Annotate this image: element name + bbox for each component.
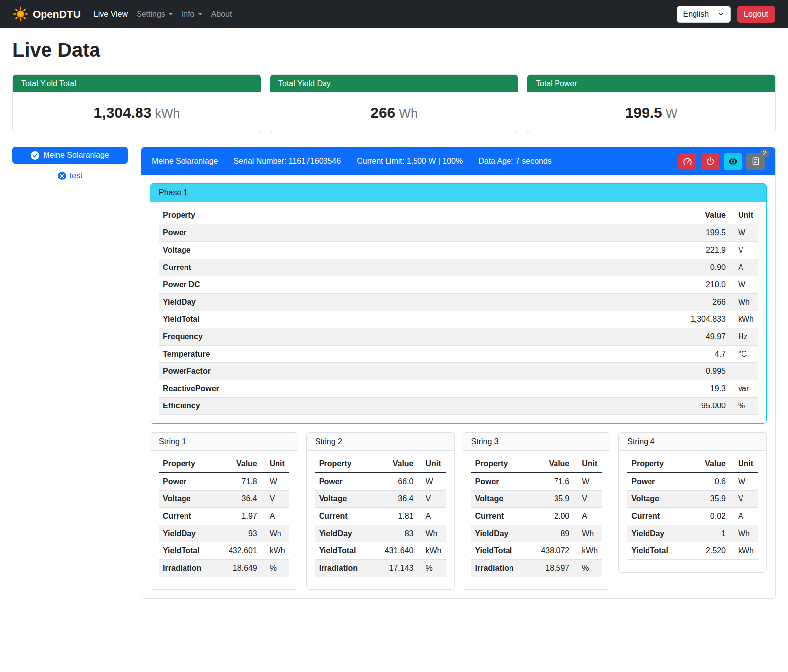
inverter-test-link[interactable]: test [12, 171, 128, 180]
value-cell: 19.3 [687, 380, 730, 398]
property-cell: Power [471, 473, 537, 491]
string-title: String 3 [463, 433, 610, 451]
inverter-selector-column: Meine Solaranlage test [12, 147, 128, 180]
property-cell: Irradiation [471, 560, 537, 577]
property-cell: Efficiency [159, 398, 687, 415]
language-select[interactable]: English [677, 6, 731, 23]
unit-cell: Wh [573, 525, 602, 542]
table-row: YieldDay 89 Wh [471, 525, 602, 542]
column-value: Value [381, 455, 417, 473]
check-circle-icon [31, 151, 39, 160]
property-cell: YieldDay [471, 525, 537, 542]
unit-cell: A [730, 259, 758, 276]
events-button[interactable]: 2 [746, 153, 765, 170]
table-header-row: Property Value Unit [159, 207, 758, 224]
property-cell: Temperature [159, 346, 687, 363]
inverter-test-label: test [70, 171, 83, 180]
unit-cell: V [730, 491, 758, 508]
string-table: Property Value Unit Power [471, 455, 602, 577]
column-property: Property [159, 207, 687, 224]
inverter-panel: Meine Solaranlage Serial Number: 1161716… [141, 147, 776, 599]
table-row: Current 0.90 A [159, 259, 758, 276]
nav-info[interactable]: Info [177, 6, 207, 23]
inverter-select-label: Meine Solaranlage [43, 151, 109, 160]
inverter-actions: 2 [678, 153, 765, 170]
logout-button[interactable]: Logout [737, 6, 775, 23]
property-cell: Voltage [159, 242, 687, 259]
journal-text-icon [751, 157, 760, 166]
table-row: YieldTotal 438.072 kWh [471, 542, 602, 560]
property-cell: Power [159, 473, 225, 491]
nav-info-label: Info [182, 10, 195, 19]
property-cell: YieldTotal [627, 542, 701, 560]
unit-cell: °C [730, 346, 758, 363]
table-row: Current 0.02 A [627, 508, 758, 525]
table-row: YieldDay 266 Wh [159, 294, 758, 311]
value-cell: 266 [687, 294, 730, 311]
table-row: Irradiation 18.597 % [471, 560, 602, 577]
events-count-badge: 2 [760, 149, 769, 158]
phase-table: Property Value Unit Power [159, 207, 758, 415]
property-cell: YieldDay [159, 294, 687, 311]
column-value: Value [687, 207, 730, 224]
inverter-select-button[interactable]: Meine Solaranlage [12, 147, 128, 164]
unit-cell: V [261, 491, 289, 508]
table-header-row: Property Value Unit [315, 455, 446, 473]
table-row: Power 0.6 W [627, 473, 758, 491]
brand-label: OpenDTU [33, 8, 81, 20]
property-cell: Current [159, 259, 687, 276]
property-cell: YieldTotal [159, 542, 225, 560]
column-unit: Unit [261, 455, 289, 473]
column-value: Value [537, 455, 573, 473]
unit-cell: Wh [730, 294, 758, 311]
property-cell: Voltage [627, 491, 701, 508]
page-content: Live Data Total Yield Total 1,304.83kWh … [0, 28, 788, 613]
value-cell: 18.597 [537, 560, 573, 577]
property-cell: YieldTotal [315, 542, 381, 560]
table-row: Temperature 4.7 °C [159, 346, 758, 363]
table-row: Current 1.97 A [159, 508, 289, 525]
unit-cell: W [573, 473, 602, 491]
unit-cell: Wh [417, 525, 446, 542]
summary-card: Total Power 199.5W [527, 74, 776, 133]
summary-card-unit: W [666, 106, 678, 120]
property-cell: YieldTotal [471, 542, 537, 560]
property-cell: YieldDay [627, 525, 701, 542]
power-settings-button[interactable] [701, 153, 719, 170]
caret-down-icon [198, 13, 202, 15]
nav-about[interactable]: About [207, 6, 236, 23]
unit-cell: % [417, 560, 446, 577]
inverter-data-age: Data Age: 7 seconds [478, 157, 552, 166]
inverter-name: Meine Solaranlage [152, 157, 218, 166]
value-cell: 17.143 [381, 560, 417, 577]
phase-title: Phase 1 [150, 184, 766, 202]
value-cell: 35.9 [537, 491, 573, 508]
unit-cell: A [730, 508, 758, 525]
unit-cell: kWh [261, 542, 289, 560]
property-cell: Voltage [471, 491, 537, 508]
table-row: Voltage 35.9 V [471, 491, 602, 508]
summary-card-value: 199.5 [625, 104, 662, 121]
table-row: Power DC 210.0 W [159, 276, 758, 294]
column-unit: Unit [573, 455, 602, 473]
brand[interactable]: OpenDTU [13, 6, 81, 22]
table-row: YieldTotal 2.520 kWh [627, 542, 758, 560]
summary-card-value: 1,304.83 [94, 104, 152, 121]
limit-settings-button[interactable] [678, 153, 696, 170]
device-info-button[interactable] [724, 153, 742, 170]
unit-cell: % [573, 560, 602, 577]
table-row: Current 2.00 A [471, 508, 602, 525]
value-cell: 0.02 [701, 508, 730, 525]
nav-live-view[interactable]: Live View [90, 6, 132, 23]
table-header-row: Property Value Unit [471, 455, 602, 473]
page-title: Live Data [12, 39, 776, 61]
table-header-row: Property Value Unit [627, 455, 758, 473]
value-cell: 431.640 [381, 542, 417, 560]
unit-cell: V [417, 491, 446, 508]
unit-cell: W [730, 276, 758, 294]
property-cell: PowerFactor [159, 363, 687, 380]
string-card: String 2 Property Value Unit [306, 432, 455, 590]
value-cell: 36.4 [381, 491, 417, 508]
nav-settings[interactable]: Settings [132, 6, 177, 23]
column-property: Property [471, 455, 537, 473]
